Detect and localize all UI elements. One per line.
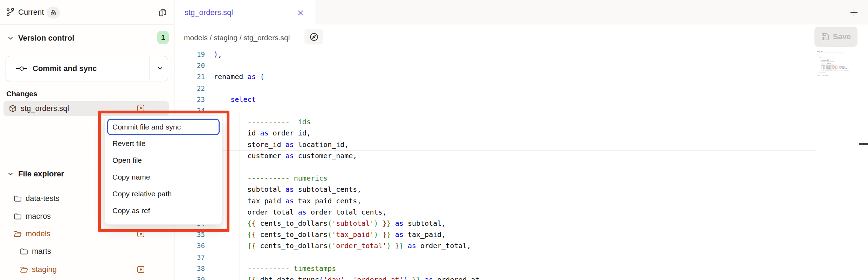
menu-item-open-file[interactable]: Open file (105, 152, 222, 169)
duplicate-button[interactable] (157, 7, 169, 18)
changes-count-badge: 1 (157, 31, 169, 44)
commit-and-sync-label: Commit and sync (33, 64, 97, 73)
close-icon (297, 9, 304, 17)
modified-folder-badge (137, 266, 144, 273)
menu-item-copy-relative-path[interactable]: Copy relative path (105, 186, 222, 202)
version-control-title[interactable]: Version control (18, 34, 74, 43)
folder-row-data-tests[interactable]: data-tests (13, 191, 60, 205)
menu-item-copy-name[interactable]: Copy name (105, 169, 222, 186)
model-cube-icon (8, 104, 17, 113)
folder-row-models[interactable]: models (13, 227, 50, 241)
scrollbar-handle[interactable] (859, 143, 868, 145)
compass-icon (309, 32, 319, 42)
branch-name[interactable]: Current (18, 0, 44, 24)
save-icon (821, 33, 829, 41)
read-only-badge (47, 7, 60, 19)
folder-row-marts[interactable]: marts (20, 244, 51, 258)
folder-icon (13, 194, 22, 203)
folder-name: staging (32, 265, 57, 274)
tab-label: stg_orders.sql (185, 8, 233, 17)
git-branch-icon (6, 7, 15, 17)
folder-open-icon (13, 230, 22, 238)
file-explorer-collapse[interactable] (6, 170, 15, 178)
ide-window: Current (0, 0, 868, 280)
new-tab-button[interactable] (848, 6, 860, 19)
tab-close-button[interactable] (296, 8, 305, 18)
save-button[interactable]: Save (814, 27, 857, 47)
changes-section-title: Changes (6, 90, 37, 98)
folder-name: macros (26, 212, 51, 221)
folder-row-staging[interactable]: staging (20, 262, 57, 276)
code-editor[interactable]: ), renamed as ( select ---------- ids id… (214, 49, 484, 280)
copy-icon (158, 8, 168, 18)
minimap[interactable]: with source as ( select * from {{ source… (817, 50, 859, 277)
folder-name: marts (32, 247, 51, 256)
git-commit-icon (16, 65, 28, 72)
open-in-explorer-button[interactable] (304, 29, 323, 44)
folder-name: models (26, 229, 50, 238)
modified-file-badge (137, 105, 144, 112)
changed-file-name: stg_orders.sql (21, 104, 69, 113)
menu-item-commit-file-and-sync[interactable]: Commit file and sync (107, 119, 220, 135)
chevron-down-icon (156, 64, 164, 72)
branch-bar: Current (0, 0, 174, 25)
commit-and-sync-button[interactable]: Commit and sync (6, 56, 168, 81)
folder-icon (13, 212, 22, 221)
breadcrumb: models / staging / stg_orders.sql (184, 24, 290, 51)
plus-icon (849, 7, 859, 18)
menu-item-revert-file[interactable]: Revert file (105, 135, 222, 152)
folder-icon (20, 247, 28, 256)
modified-folder-badge (137, 230, 144, 237)
folder-open-icon (20, 265, 28, 274)
tab-stg-orders[interactable]: stg_orders.sql (174, 0, 315, 25)
file-context-menu: Commit file and sync Revert file Open fi… (104, 115, 222, 225)
version-control-collapse[interactable] (6, 34, 15, 42)
chevron-down-icon (7, 34, 14, 42)
folder-row-macros[interactable]: macros (13, 209, 51, 223)
minimap-code: with source as ( select * from {{ source… (817, 50, 859, 76)
chevron-down-icon (7, 170, 14, 178)
file-explorer-title[interactable]: File explorer (18, 169, 64, 178)
commit-options-toggle[interactable] (153, 56, 167, 80)
lock-icon (50, 9, 56, 16)
folder-name: data-tests (26, 194, 60, 203)
menu-item-copy-as-ref[interactable]: Copy as ref (105, 202, 222, 219)
commit-button-divider (150, 56, 150, 80)
save-label: Save (833, 32, 851, 41)
